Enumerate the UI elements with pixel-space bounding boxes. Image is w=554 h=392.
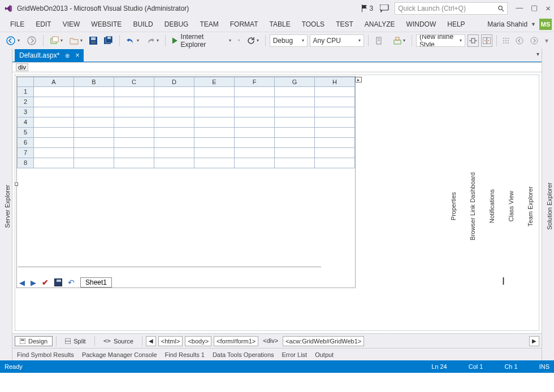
- tab-find-results[interactable]: Find Results 1: [165, 351, 205, 358]
- cell-G5[interactable]: [275, 128, 315, 138]
- cell-A2[interactable]: [34, 97, 74, 107]
- cell-D3[interactable]: [154, 107, 194, 117]
- undo-sheet-icon[interactable]: ↶: [68, 278, 75, 287]
- col-head-G[interactable]: G: [275, 77, 315, 87]
- cell-A3[interactable]: [34, 107, 74, 117]
- cell-B4[interactable]: [74, 117, 114, 128]
- menu-tools[interactable]: TOOLS: [296, 17, 330, 32]
- tab-find-symbol[interactable]: Find Symbol Results: [17, 351, 74, 358]
- cell-B1[interactable]: [74, 87, 114, 97]
- user-dropdown-icon[interactable]: ▼: [531, 21, 536, 27]
- solution-explorer-tab[interactable]: Solution Explorer: [545, 179, 554, 233]
- menu-table[interactable]: TABLE: [264, 17, 296, 32]
- save-all-button[interactable]: [102, 34, 115, 47]
- cell-B5[interactable]: [74, 128, 114, 138]
- cell-G2[interactable]: [275, 97, 315, 107]
- nav-left-round[interactable]: [513, 34, 526, 47]
- cell-H6[interactable]: [315, 138, 355, 148]
- close-button[interactable]: ×: [546, 3, 551, 13]
- menu-file[interactable]: FILE: [5, 17, 30, 32]
- row-head-8[interactable]: 8: [17, 158, 34, 168]
- col-head-E[interactable]: E: [194, 77, 235, 87]
- row-head-1[interactable]: 1: [17, 87, 34, 97]
- config-dropdown[interactable]: Debug▾: [270, 34, 308, 47]
- col-head-F[interactable]: F: [235, 77, 275, 87]
- cell-H5[interactable]: [315, 128, 355, 138]
- cell-A4[interactable]: [34, 117, 74, 128]
- sheet-prev-icon[interactable]: ◀: [19, 278, 25, 287]
- cell-A8[interactable]: [34, 158, 74, 168]
- menu-team[interactable]: TEAM: [194, 17, 224, 32]
- notification-flag[interactable]: 3: [361, 5, 374, 12]
- feedback-icon[interactable]: [380, 5, 389, 12]
- undo-button[interactable]: ▾: [124, 34, 141, 47]
- properties-tab[interactable]: Properties: [449, 189, 458, 224]
- user-badge[interactable]: MS: [539, 19, 552, 30]
- start-debug-button[interactable]: Internet Explorer ▾: [170, 34, 233, 47]
- view-design[interactable]: Design: [15, 336, 53, 346]
- tag-div[interactable]: <div>: [261, 336, 280, 346]
- row-head-5[interactable]: 5: [17, 128, 34, 138]
- open-file-button[interactable]: ▾: [67, 34, 85, 47]
- cell-B8[interactable]: [74, 158, 114, 168]
- cell-E3[interactable]: [194, 107, 235, 117]
- grid-dots-icon[interactable]: [501, 34, 511, 47]
- cell-F3[interactable]: [235, 107, 275, 117]
- cell-B7[interactable]: [74, 148, 114, 158]
- breadcrumb-item[interactable]: div: [16, 63, 28, 71]
- server-explorer-tab[interactable]: Server Explorer: [3, 181, 12, 231]
- cell-E6[interactable]: [194, 138, 235, 148]
- cell-D2[interactable]: [154, 97, 194, 107]
- cell-H3[interactable]: [315, 107, 355, 117]
- cell-G7[interactable]: [275, 148, 315, 158]
- cell-D1[interactable]: [154, 87, 194, 97]
- cell-F1[interactable]: [235, 87, 275, 97]
- cell-C1[interactable]: [114, 87, 154, 97]
- col-head-B[interactable]: B: [74, 77, 114, 87]
- menu-analyze[interactable]: ANALYZE: [359, 17, 401, 32]
- tab-pkg-mgr[interactable]: Package Manager Console: [82, 351, 157, 358]
- save-sheet-icon[interactable]: [54, 278, 62, 286]
- cell-A6[interactable]: [34, 138, 74, 148]
- col-head-A[interactable]: A: [34, 77, 74, 87]
- cell-F7[interactable]: [235, 148, 275, 158]
- browser-link-tab[interactable]: Browser Link Dashboard: [468, 169, 477, 243]
- gridweb-control[interactable]: ▸ A B C D E F G H 12345678 ◀ ▶ ✔: [17, 77, 355, 288]
- cell-E7[interactable]: [194, 148, 235, 158]
- menu-format[interactable]: FORMAT: [224, 17, 264, 32]
- cell-B3[interactable]: [74, 107, 114, 117]
- row-head-4[interactable]: 4: [17, 117, 34, 128]
- cell-D4[interactable]: [154, 117, 194, 128]
- cell-C2[interactable]: [114, 97, 154, 107]
- tag-html[interactable]: <html>: [158, 336, 183, 346]
- platform-dropdown[interactable]: Any CPU▾: [310, 34, 364, 47]
- cell-C8[interactable]: [114, 158, 154, 168]
- save-button[interactable]: [87, 34, 99, 47]
- cell-E2[interactable]: [194, 97, 235, 107]
- view-split[interactable]: Split: [60, 336, 90, 346]
- cell-C6[interactable]: [114, 138, 154, 148]
- cell-A1[interactable]: [34, 87, 74, 97]
- cell-G1[interactable]: [275, 87, 315, 97]
- menu-edit[interactable]: EDIT: [30, 17, 57, 32]
- cell-F6[interactable]: [235, 138, 275, 148]
- smart-tag-icon[interactable]: ▸: [355, 77, 362, 82]
- menu-website[interactable]: WEBSITE: [85, 17, 127, 32]
- cell-B6[interactable]: [74, 138, 114, 148]
- cell-G6[interactable]: [275, 138, 315, 148]
- cell-H4[interactable]: [315, 117, 355, 128]
- refresh-button[interactable]: ▾: [245, 34, 261, 47]
- cell-A5[interactable]: [34, 128, 74, 138]
- style-dropdown[interactable]: (New Inline Style▾: [416, 34, 465, 47]
- cell-F2[interactable]: [235, 97, 275, 107]
- resize-handle[interactable]: [15, 182, 18, 186]
- sheet-next-icon[interactable]: ▶: [31, 278, 36, 287]
- menu-help[interactable]: HELP: [442, 17, 470, 32]
- cell-F4[interactable]: [235, 117, 275, 128]
- quick-launch-input[interactable]: Quick Launch (Ctrl+Q): [395, 2, 508, 15]
- tool-button-1[interactable]: [373, 34, 385, 47]
- close-tab-icon[interactable]: ×: [75, 51, 79, 59]
- cell-C5[interactable]: [114, 128, 154, 138]
- cell-C7[interactable]: [114, 148, 154, 158]
- col-head-C[interactable]: C: [114, 77, 154, 87]
